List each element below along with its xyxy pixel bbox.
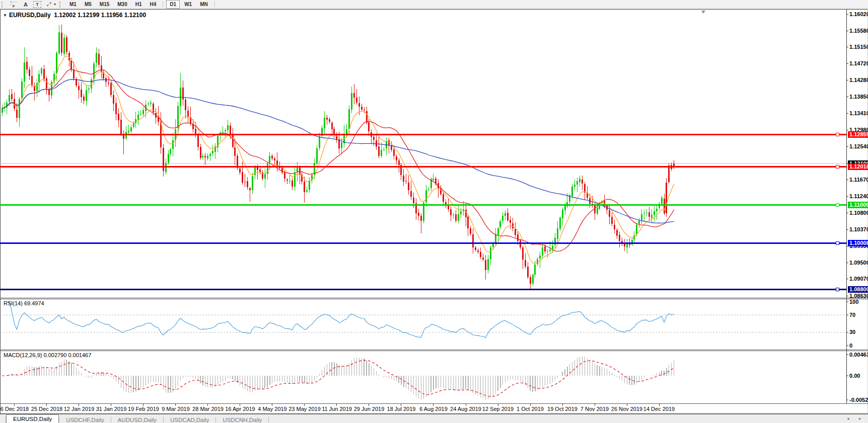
chart-canvas[interactable] (0, 9, 868, 414)
timeframe-button-m30[interactable]: M30 (114, 0, 130, 9)
price-axis-tick-label: 1.13410 (849, 110, 868, 117)
rsi-pane (0, 302, 848, 346)
ma-slow-line (2, 79, 674, 223)
price-axis-tick-label: 1.13850 (849, 94, 868, 100)
candles-layer (2, 25, 675, 290)
rsi-axis-tick-label: 100 (849, 299, 868, 305)
chart-symbol-label: EURUSD,Daily (9, 12, 51, 19)
arrows-dropdown-caret-icon[interactable]: ▾ (54, 2, 56, 7)
macd-axis-tick-label: 0.00 (849, 373, 868, 379)
price-axis-tick-label: 1.11240 (849, 193, 868, 200)
date-axis-label: 6 Aug 2019 (419, 406, 448, 412)
ma-fast-line (2, 56, 674, 263)
macd-axis-tick-label: -0.005299 (849, 397, 868, 403)
date-axis-label: 24 Aug 2019 (450, 406, 481, 412)
toolbar-separator (214, 1, 215, 8)
tab-scroll-right-icon[interactable]: ▸ (859, 416, 861, 421)
macd-axis-tick-label: 0.00463 (849, 352, 868, 358)
chart-tabs: EURUSD,DailyUSDCHF,DailyAUDUSD,DailyUSDC… (6, 414, 269, 423)
date-axis-label: 19 Feb 2019 (128, 406, 159, 412)
date-axis-label: 7 Nov 2019 (581, 406, 609, 412)
timeframe-buttons: M1M5M15M30H1H4D1W1MN (65, 0, 218, 9)
price-axis-tick-label: 1.16020 (849, 11, 868, 18)
chart-tab-bar: EURUSD,DailyUSDCHF,DailyAUDUSD,DailyUSDC… (0, 414, 868, 423)
chart-tab-audusd-daily[interactable]: AUDUSD,Daily (111, 416, 163, 423)
toolbar: F A T ⤢ ▾ M1M5M15M30H1H4D1W1MN (0, 0, 868, 9)
price-axis-tick-label: 1.14280 (849, 77, 868, 83)
price-axis-tick-label: 1.09070 (849, 276, 868, 282)
date-axis-label: 12 Sep 2019 (482, 406, 514, 412)
timeframe-button-h1[interactable]: H1 (132, 0, 146, 9)
hline-price-label-1.10008[interactable]: 1.10008 (848, 240, 868, 246)
price-axis-tick-label: 1.09500 (849, 260, 868, 266)
chart-tab-usdcad-daily[interactable]: USDCAD,Daily (164, 416, 215, 423)
chart-tab-usdchf-daily[interactable]: USDCHF,Daily (59, 416, 110, 423)
timeframe-button-h4[interactable]: H4 (147, 0, 160, 9)
timeframe-button-d1[interactable]: D1 (166, 0, 180, 9)
svg-text:F: F (13, 5, 15, 8)
rsi-axis-tick-label: 30 (849, 329, 868, 335)
hline-handle[interactable] (836, 165, 839, 168)
tab-scroll-left-icon[interactable]: ◂ (847, 416, 849, 421)
date-axis-label: 1 Oct 2019 (517, 406, 544, 412)
date-axis-label: 16 Apr 2019 (225, 406, 255, 412)
price-axis-tick-label: 1.11670 (849, 177, 868, 183)
date-axis-label: 14 Dec 2019 (643, 406, 675, 412)
hline-price-label-1.08800[interactable]: 1.08800 (848, 286, 868, 293)
collapse-arrow-icon[interactable]: ▼ (3, 13, 7, 18)
toolbar-drag-handle[interactable] (2, 2, 5, 8)
hline-handle[interactable] (836, 288, 839, 291)
price-axis-tick-label: 1.14720 (849, 60, 868, 67)
rsi-axis-tick-label: 0 (849, 343, 868, 349)
chart-frame (0, 9, 868, 414)
chart-tab-eurusd-daily[interactable]: EURUSD,Daily (6, 414, 59, 423)
tab-bar-stub (0, 416, 6, 423)
hline-handle[interactable] (836, 204, 839, 207)
hline-handle[interactable] (836, 133, 839, 136)
text-label-icon[interactable]: A (21, 1, 30, 8)
date-axis-label: 4 May 2019 (258, 406, 286, 412)
tab-separator (268, 417, 269, 422)
timeframe-button-w1[interactable]: W1 (181, 0, 195, 9)
timeframe-button-mn[interactable]: MN (196, 0, 211, 9)
ma-medium-line (2, 69, 674, 251)
hline-price-label-1.12859[interactable]: 1.12859 (848, 131, 868, 138)
price-axis-tick-label: 1.10800 (849, 210, 868, 216)
hline-price-label-1.11009[interactable]: 1.11009 (848, 202, 868, 208)
timeframe-button-m5[interactable]: M5 (81, 0, 95, 9)
price-axis-tick-label: 1.12540 (849, 143, 868, 150)
timeframe-button-m1[interactable]: M1 (66, 0, 80, 9)
chart-tab-usdcnh-daily[interactable]: USDCNH,Daily (216, 416, 268, 423)
macd-histogram (2, 356, 674, 400)
pane-separators[interactable] (0, 298, 868, 404)
rsi-indicator-label: RSI(14) 69.4974 (4, 300, 44, 306)
date-axis-label: 12 Jan 2019 (64, 406, 95, 412)
timeframe-toolbar-drag-handle[interactable] (59, 2, 63, 8)
date-axis-label: 19 Oct 2019 (547, 406, 577, 412)
macd-pane (2, 356, 674, 400)
price-axis-tick-label: 1.15580 (849, 28, 868, 34)
fibonacci-retracement-icon[interactable]: F (9, 1, 18, 8)
price-axis-tick-label: 1.15150 (849, 44, 868, 50)
date-axis-label: 28 Mar 2019 (192, 406, 224, 412)
date-axis-label: 18 Jul 2019 (387, 406, 416, 412)
hline-handle[interactable] (836, 242, 839, 245)
rsi-axis-tick-label: 70 (849, 312, 868, 318)
fibonacci-glyph: F (10, 1, 18, 8)
date-axis-label: 6 Dec 2018 (1, 406, 29, 412)
hline-price-label-1.12018[interactable]: 1.12018 (848, 163, 868, 170)
date-axis-label: 11 Jun 2019 (322, 406, 352, 412)
price-axis-tick-label: 1.10370 (849, 226, 868, 233)
chart-shift-marker-icon[interactable] (701, 11, 705, 14)
toolbar-separator (163, 1, 163, 8)
date-axis-label: 9 Mar 2019 (162, 406, 190, 412)
date-axis-label: 29 Jun 2019 (354, 406, 385, 412)
macd-indicator-label: MACD(12,26,9) 0.002790 0.001467 (4, 352, 91, 358)
text-box-icon[interactable]: T (33, 1, 41, 8)
date-axis-label: 25 Dec 2018 (31, 406, 62, 412)
chart-ohlc-readout: 1.12002 1.12199 1.11956 1.12100 (54, 12, 146, 19)
date-axis-label: 31 Jan 2019 (96, 406, 127, 412)
timeframe-button-m15[interactable]: M15 (96, 0, 113, 9)
date-axis-label: 23 May 2019 (288, 406, 321, 412)
arrows-tool-icon[interactable]: ⤢ (44, 1, 53, 8)
